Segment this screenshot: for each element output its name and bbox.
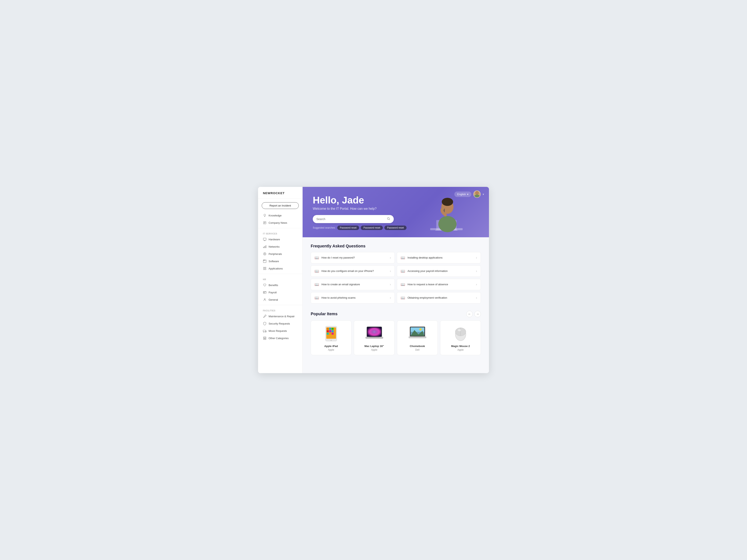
svg-point-50 bbox=[373, 330, 376, 333]
building-icon bbox=[263, 336, 266, 340]
shield-icon bbox=[263, 322, 266, 325]
sidebar-item-benefits[interactable]: Benefits bbox=[258, 282, 302, 289]
popular-nav: ← → bbox=[466, 311, 481, 317]
chevron-right-icon: › bbox=[390, 256, 391, 260]
sidebar-item-move[interactable]: Move Requests bbox=[258, 327, 302, 335]
sidebar-label: Maintenance & Repair bbox=[268, 315, 295, 318]
sidebar-item-hardware[interactable]: Hardware bbox=[258, 236, 302, 243]
book-icon: 📖 bbox=[314, 282, 319, 287]
faq-item[interactable]: 📖 How do I reset my pasword? › bbox=[311, 252, 395, 263]
popular-grid: Apple iPad Apple bbox=[311, 320, 481, 355]
svg-rect-15 bbox=[263, 292, 266, 294]
svg-rect-21 bbox=[263, 337, 266, 340]
search-input[interactable] bbox=[316, 217, 387, 221]
chevron-right-icon: › bbox=[476, 256, 477, 260]
popular-item-brand: Apple bbox=[457, 348, 464, 351]
sidebar-item-applications[interactable]: Applications bbox=[258, 265, 302, 272]
svg-point-61 bbox=[458, 329, 461, 331]
search-bar bbox=[313, 215, 394, 223]
sidebar-item-knowledge[interactable]: Knowledge bbox=[258, 212, 302, 219]
main-content: English ▾ ▾ Hello, Jade Welcome to the I… bbox=[303, 187, 489, 373]
sidebar-item-security[interactable]: Security Requests bbox=[258, 320, 302, 327]
popular-item-ipad[interactable]: Apple iPad Apple bbox=[311, 320, 352, 355]
sidebar-item-software[interactable]: Software bbox=[258, 258, 302, 265]
svg-rect-12 bbox=[265, 267, 266, 268]
facilities-label: FACILITIES bbox=[258, 307, 302, 313]
popular-item-laptop[interactable]: Mac Laptop 16" Apple bbox=[354, 320, 394, 355]
svg-point-55 bbox=[419, 328, 422, 330]
search-button[interactable] bbox=[387, 217, 390, 221]
popular-title: Popular Items bbox=[311, 312, 337, 316]
popular-item-name: Apple iPad bbox=[324, 345, 338, 348]
faq-text: Installing desktop applications bbox=[408, 256, 473, 259]
svg-rect-57 bbox=[413, 337, 421, 337]
arrow-right-icon: → bbox=[476, 312, 479, 316]
svg-rect-36 bbox=[327, 328, 329, 330]
hero-illustration bbox=[424, 191, 477, 237]
popular-item-brand: Apple bbox=[328, 348, 334, 351]
svg-point-0 bbox=[264, 214, 266, 216]
svg-rect-18 bbox=[263, 330, 265, 331]
faq-item[interactable]: 📖 Accessing your payroll information › bbox=[397, 265, 481, 277]
popular-item-mouse[interactable]: Magic Mouse 2 Apple bbox=[440, 320, 481, 355]
book-icon: 📖 bbox=[401, 269, 405, 273]
popular-item-name: Mac Laptop 16" bbox=[364, 345, 384, 348]
sidebar-item-company-news[interactable]: Company News bbox=[258, 219, 302, 226]
sidebar-item-general[interactable]: General bbox=[258, 296, 302, 303]
networks-icon bbox=[263, 245, 266, 248]
chevron-right-icon: › bbox=[390, 296, 391, 300]
software-icon bbox=[263, 259, 266, 263]
popular-item-brand: Dell bbox=[415, 348, 419, 351]
book-icon: 📖 bbox=[401, 256, 405, 260]
faq-text: How to avoid phishing scams bbox=[321, 296, 387, 299]
faq-item[interactable]: 📖 Installing desktop applications › bbox=[397, 252, 481, 263]
sidebar-item-maintenance[interactable]: Maintenance & Repair bbox=[258, 313, 302, 320]
faq-text: How do I reset my pasword? bbox=[321, 256, 387, 259]
sidebar-label: General bbox=[268, 298, 278, 301]
svg-point-20 bbox=[265, 332, 266, 332]
svg-point-10 bbox=[264, 260, 264, 260]
chevron-right-icon: › bbox=[476, 296, 477, 300]
sidebar-item-other[interactable]: Other Categories bbox=[258, 335, 302, 342]
sidebar-label: Knowledge bbox=[268, 214, 282, 217]
suggested-tag-3[interactable]: Password reset bbox=[384, 225, 407, 230]
laptop-image bbox=[365, 325, 383, 342]
report-incident-button[interactable]: Report an Incident bbox=[262, 202, 299, 209]
svg-rect-49 bbox=[369, 337, 379, 338]
sidebar-item-payroll[interactable]: Payroll bbox=[258, 289, 302, 296]
sidebar-item-peripherals[interactable]: Peripherals bbox=[258, 250, 302, 258]
sidebar-label: Applications bbox=[268, 267, 283, 270]
faq-grid: 📖 How do I reset my pasword? › 📖 Install… bbox=[311, 252, 481, 303]
suggested-tag-2[interactable]: Password reset bbox=[361, 225, 383, 230]
popular-prev-button[interactable]: ← bbox=[466, 311, 473, 317]
wrench-icon bbox=[263, 314, 266, 318]
truck-icon bbox=[263, 329, 266, 332]
monitor-icon bbox=[263, 238, 266, 241]
faq-item[interactable]: 📖 How to avoid phishing scams › bbox=[311, 292, 395, 303]
sidebar-item-networks[interactable]: Networks bbox=[258, 243, 302, 250]
sidebar-label: Other Categories bbox=[268, 337, 289, 340]
it-services-label: IT SERVICES bbox=[258, 230, 302, 236]
faq-item[interactable]: 📖 How do you configure email on your iPh… bbox=[311, 265, 395, 277]
payroll-icon bbox=[263, 291, 266, 294]
sidebar-label: Networks bbox=[268, 245, 280, 248]
svg-point-17 bbox=[264, 299, 265, 300]
popular-item-chromebook[interactable]: Chomebook Dell bbox=[397, 320, 438, 355]
peripherals-icon bbox=[263, 252, 266, 256]
sidebar-label: Software bbox=[268, 260, 279, 263]
svg-rect-5 bbox=[266, 246, 266, 248]
book-icon: 📖 bbox=[314, 269, 319, 273]
suggested-tag-1[interactable]: Password reset bbox=[337, 225, 359, 230]
faq-item[interactable]: 📖 Obtaining employment verification › bbox=[397, 292, 481, 303]
popular-next-button[interactable]: → bbox=[474, 311, 481, 317]
svg-point-32 bbox=[442, 198, 453, 206]
svg-point-9 bbox=[264, 260, 264, 260]
svg-rect-41 bbox=[332, 330, 334, 332]
faq-item[interactable]: 📖 How to request a leave of absence › bbox=[397, 279, 481, 290]
svg-rect-39 bbox=[327, 330, 329, 332]
faq-item[interactable]: 📖 How to create an email signature › bbox=[311, 279, 395, 290]
sidebar: NEWROCKET Report an Incident Knowledge bbox=[258, 187, 303, 373]
svg-rect-13 bbox=[263, 269, 264, 270]
svg-rect-22 bbox=[264, 338, 264, 339]
svg-rect-2 bbox=[263, 238, 266, 240]
